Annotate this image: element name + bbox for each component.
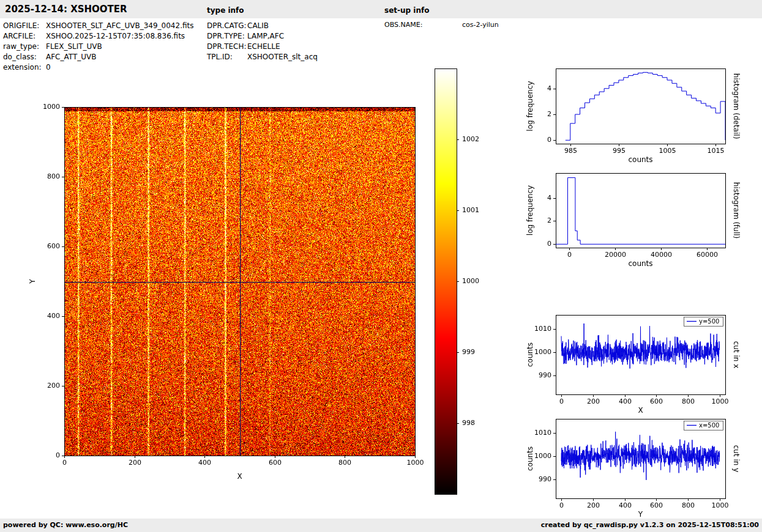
qc-report-page: 2025-12-14: XSHOOTER type info set-up in… [0,0,762,532]
histogram-detail-panel [521,57,760,172]
meta-value-arcfile: XSHOO.2025-12-15T07:35:08.836.fits [46,32,185,40]
meta-label-arcfile: ARCFILE: [3,32,35,40]
meta-label-tplid: TPL.ID: [207,53,233,61]
meta-label-dprcatg: DPR.CATG: [207,21,247,30]
meta-value-doclass: AFC_ATT_UVB [46,53,96,61]
cut-in-y-panel [521,407,760,522]
type-info-heading: type info [207,6,244,15]
setup-info-heading: set-up info [384,6,429,15]
meta-value-obsname: cos-2-yilun [462,21,499,29]
meta-label-origfile: ORIGFILE: [3,21,39,30]
meta-value-dprtype: LAMP,AFC [247,32,284,40]
raw-image-panel [18,86,435,501]
meta-label-rawtype: raw_type: [3,42,39,51]
colorbar [431,61,487,501]
meta-label-obsname: OBS.NAME: [384,21,422,29]
footer-created-by: created by qc_rawdisp.py v1.2.3 on 2025-… [541,521,759,529]
page-title: 2025-12-14: XSHOOTER [5,4,127,15]
meta-value-dprcatg: CALIB [247,21,269,30]
footer-powered-by: powered by QC: www.eso.org/HC [3,521,128,529]
meta-label-extension: extension: [3,63,42,72]
meta-value-rawtype: FLEX_SLIT_UVB [46,42,102,51]
meta-label-doclass: do_class: [3,53,37,61]
meta-value-tplid: XSHOOTER_slt_acq [247,53,318,61]
meta-value-dprtech: ECHELLE [247,42,280,51]
meta-value-origfile: XSHOOTER_SLT_AFC_UVB_349_0042.fits [46,21,193,30]
cut-in-x-panel [521,303,760,421]
meta-label-dprtype: DPR.TYPE: [207,32,245,40]
footer-bar: powered by QC: www.eso.org/HC created by… [0,519,762,532]
meta-label-dprtech: DPR.TECH: [207,42,247,51]
header-bar: 2025-12-14: XSHOOTER type info set-up in… [0,0,762,18]
meta-value-extension: 0 [46,63,51,72]
histogram-full-panel [521,161,760,276]
